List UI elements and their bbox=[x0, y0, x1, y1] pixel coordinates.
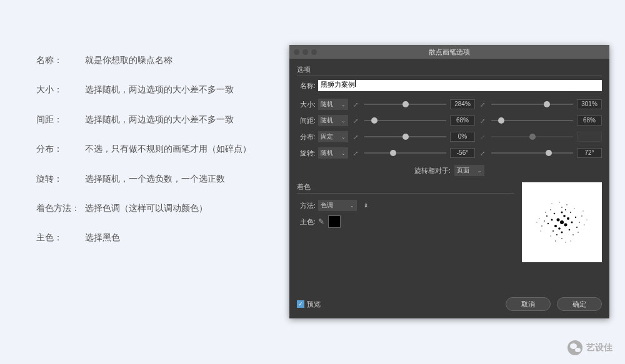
expl-text: 选择随机，两边选项的大小差不多一致 bbox=[85, 112, 234, 126]
svg-point-28 bbox=[541, 225, 542, 226]
svg-point-8 bbox=[551, 219, 553, 221]
svg-point-16 bbox=[556, 234, 558, 235]
spacing-value-1[interactable]: 68% bbox=[450, 116, 475, 125]
svg-point-10 bbox=[561, 232, 563, 234]
svg-point-14 bbox=[548, 223, 549, 224]
expl-text: 选择随机，两边选项的大小差不多一致 bbox=[85, 82, 234, 96]
size-value-1[interactable]: 284% bbox=[450, 99, 475, 109]
scatter-slider-2 bbox=[491, 136, 573, 137]
svg-point-6 bbox=[558, 227, 561, 230]
rotation-value-2[interactable]: 72° bbox=[577, 148, 602, 158]
cancel-button[interactable]: 取消 bbox=[506, 297, 551, 311]
spacing-mode-dropdown[interactable]: 随机⌄ bbox=[318, 115, 348, 126]
name-input[interactable]: 黑狮力案例 bbox=[318, 80, 602, 91]
scatter-slider-1[interactable] bbox=[364, 136, 446, 137]
size-slider-2[interactable] bbox=[491, 104, 573, 105]
svg-point-13 bbox=[575, 217, 576, 218]
svg-point-42 bbox=[552, 204, 552, 204]
wechat-icon bbox=[568, 340, 582, 355]
flip-icon[interactable]: ⤢ bbox=[353, 150, 358, 157]
expl-text: 不选，只有做不规则的画笔才用（如碎点） bbox=[85, 142, 251, 155]
svg-point-29 bbox=[566, 204, 567, 205]
svg-point-36 bbox=[565, 242, 566, 242]
spacing-slider-2[interactable] bbox=[491, 120, 573, 121]
svg-point-1 bbox=[557, 219, 560, 222]
expl-label: 间距： bbox=[36, 112, 85, 126]
method-label: 方法: bbox=[297, 201, 316, 210]
flip-icon[interactable]: ⤢ bbox=[353, 117, 358, 124]
svg-point-12 bbox=[554, 213, 556, 215]
maincolor-swatch[interactable] bbox=[328, 215, 341, 228]
svg-point-17 bbox=[576, 227, 578, 228]
spacing-label: 间距: bbox=[297, 116, 316, 125]
expl-label: 主色： bbox=[36, 230, 85, 244]
svg-point-26 bbox=[550, 209, 551, 210]
svg-point-32 bbox=[545, 212, 546, 212]
rotation-relative-dropdown[interactable]: 页面⌄ bbox=[454, 165, 484, 176]
expl-text: 就是你想取的噪点名称 bbox=[85, 53, 172, 67]
chevron-down-icon: ⌄ bbox=[341, 118, 346, 124]
rotation-relative-label: 旋转相对于: bbox=[414, 166, 451, 175]
coloring-section-label: 着色 bbox=[297, 182, 514, 194]
flip-icon[interactable]: ⤢ bbox=[480, 117, 485, 124]
svg-point-5 bbox=[563, 215, 566, 217]
svg-point-21 bbox=[579, 222, 580, 223]
flip-icon[interactable]: ⤢ bbox=[480, 150, 485, 157]
eyedropper-icon[interactable]: ✎ bbox=[318, 217, 324, 226]
name-label: 名称: bbox=[297, 81, 316, 91]
svg-point-15 bbox=[565, 209, 566, 210]
size-label: 大小: bbox=[297, 100, 316, 109]
svg-point-30 bbox=[555, 240, 556, 241]
svg-point-7 bbox=[571, 222, 573, 224]
expl-label: 大小： bbox=[36, 82, 85, 96]
svg-point-31 bbox=[578, 232, 578, 232]
chevron-down-icon: ⌄ bbox=[478, 168, 482, 174]
expl-text: 选择色调（这样可以调动颜色） bbox=[85, 201, 208, 215]
bulb-icon[interactable]: ♀ bbox=[363, 201, 369, 210]
svg-point-35 bbox=[559, 202, 559, 202]
spacing-slider-1[interactable] bbox=[364, 120, 446, 121]
expl-label: 名称： bbox=[36, 53, 85, 67]
svg-point-0 bbox=[560, 220, 564, 224]
rotation-slider-2[interactable] bbox=[491, 152, 573, 154]
chevron-down-icon: ⌄ bbox=[341, 150, 346, 156]
svg-point-43 bbox=[587, 220, 588, 220]
titlebar[interactable]: 散点画笔选项 bbox=[289, 45, 609, 59]
flip-icon[interactable]: ⤢ bbox=[480, 101, 485, 108]
rotation-value-1[interactable]: -56° bbox=[450, 148, 475, 158]
explanation-panel: 名称：就是你想取的噪点名称 大小：选择随机，两边选项的大小差不多一致 间距：选择… bbox=[36, 53, 274, 260]
flip-icon[interactable]: ⤢ bbox=[353, 101, 358, 108]
size-mode-dropdown[interactable]: 随机⌄ bbox=[318, 99, 348, 110]
rotation-row: 旋转: 随机⌄ ⤢ -56° ⤢ 72° bbox=[297, 145, 602, 161]
svg-point-38 bbox=[574, 208, 574, 209]
expl-text: 选择随机，一个选负数，一个选正数 bbox=[85, 172, 225, 185]
svg-point-20 bbox=[552, 230, 554, 232]
ok-button[interactable]: 确定 bbox=[557, 297, 602, 311]
chevron-down-icon: ⌄ bbox=[341, 134, 346, 140]
rotation-mode-dropdown[interactable]: 随机⌄ bbox=[318, 147, 348, 159]
size-slider-1[interactable] bbox=[364, 104, 446, 105]
svg-point-19 bbox=[570, 212, 571, 213]
scatter-mode-dropdown[interactable]: 固定⌄ bbox=[318, 131, 348, 142]
method-dropdown[interactable]: 色调⌄ bbox=[318, 200, 357, 211]
svg-point-41 bbox=[571, 241, 571, 242]
brush-preview bbox=[522, 182, 602, 262]
options-section-label: 选项 bbox=[297, 65, 602, 76]
spacing-value-2[interactable]: 68% bbox=[577, 116, 602, 125]
scatter-value-2 bbox=[577, 132, 602, 142]
scatter-row: 分布: 固定⌄ ⤢ 0% ⤢ bbox=[297, 129, 602, 145]
flip-icon[interactable]: ⤢ bbox=[353, 134, 358, 140]
size-value-2[interactable]: 301% bbox=[577, 99, 602, 109]
svg-point-39 bbox=[583, 211, 584, 212]
svg-point-18 bbox=[546, 215, 548, 217]
rotation-slider-1[interactable] bbox=[364, 152, 446, 154]
svg-point-23 bbox=[561, 207, 562, 208]
svg-point-37 bbox=[550, 235, 551, 236]
svg-point-25 bbox=[572, 234, 574, 235]
svg-point-22 bbox=[544, 220, 545, 222]
svg-point-11 bbox=[569, 229, 571, 231]
scatter-value-1[interactable]: 0% bbox=[450, 132, 475, 142]
maincolor-label: 主色: bbox=[297, 217, 316, 227]
svg-point-33 bbox=[584, 224, 584, 225]
preview-checkbox[interactable]: ✓ bbox=[297, 300, 304, 308]
